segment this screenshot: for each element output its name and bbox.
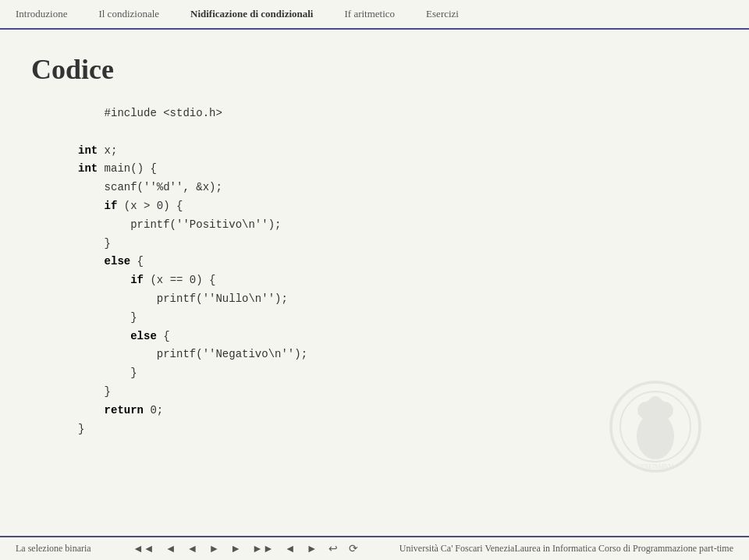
page-title: Codice <box>31 53 718 86</box>
code-line-7: else { <box>78 253 718 271</box>
code-line-5: printf(''Positivo\n''); <box>78 216 718 235</box>
code-line-1: int x; <box>78 142 718 161</box>
bottom-bar: La selezione binaria ◄◄ ◄ ◄ ► ► ►► ◄ ► ↩… <box>0 536 749 560</box>
footer-right: Università Ca' Foscari VeneziaLaurea in … <box>399 543 733 555</box>
code-line-3: scanf(''%d'', &x); <box>78 179 718 197</box>
code-line-10: } <box>78 309 718 328</box>
blank-line-1 <box>78 123 718 142</box>
code-line-4: if (x > 0) { <box>78 197 718 216</box>
code-line-11: else { <box>78 328 718 346</box>
nav-left-tri[interactable]: ◄ <box>185 543 201 555</box>
nav-item-condizionale[interactable]: Il condizionale <box>98 8 159 20</box>
svg-text:VENETIARVM: VENETIARVM <box>637 464 675 470</box>
svg-point-6 <box>648 396 662 410</box>
include-line: #include <stdio.h> <box>78 105 718 123</box>
main-content: Codice #include <stdio.h> int x; int mai… <box>0 30 749 536</box>
bottom-controls: ◄◄ ◄ ◄ ► ► ►► ◄ ► ↩ ⟳ <box>130 542 360 555</box>
code-line-6: } <box>78 235 718 253</box>
nav-prev[interactable]: ◄ <box>163 543 179 555</box>
nav-return[interactable]: ↩ <box>326 542 340 555</box>
nav-right-tri[interactable]: ► <box>206 543 222 555</box>
nav-item-esercizi[interactable]: Esercizi <box>426 8 459 20</box>
nav-prev-prev[interactable]: ◄◄ <box>130 543 157 555</box>
nav-item-aritmetico[interactable]: If aritmetico <box>345 8 396 20</box>
nav-next[interactable]: ► <box>228 543 243 555</box>
include-text: #include <stdio.h> <box>105 107 222 119</box>
nav-item-introduzione[interactable]: Introduzione <box>16 8 67 20</box>
nav-left-eq[interactable]: ◄ <box>282 543 298 555</box>
nav-right-eq[interactable]: ► <box>304 543 320 555</box>
footer-left: La selezione binaria <box>16 543 91 555</box>
code-line-9: printf(''Nullo\n''); <box>78 290 718 309</box>
watermark-logo: VENETIARVM <box>609 380 702 473</box>
top-navigation: Introduzione Il condizionale Nidificazio… <box>0 0 749 30</box>
code-line-2: int main() { <box>78 160 718 179</box>
nav-item-nidificazione[interactable]: Nidificazione di condizionali <box>190 8 313 20</box>
nav-refresh[interactable]: ⟳ <box>346 542 360 555</box>
code-line-8: if (x == 0) { <box>78 271 718 290</box>
code-line-12: printf(''Negativo\n''); <box>78 346 718 364</box>
nav-next-next[interactable]: ►► <box>250 543 276 555</box>
